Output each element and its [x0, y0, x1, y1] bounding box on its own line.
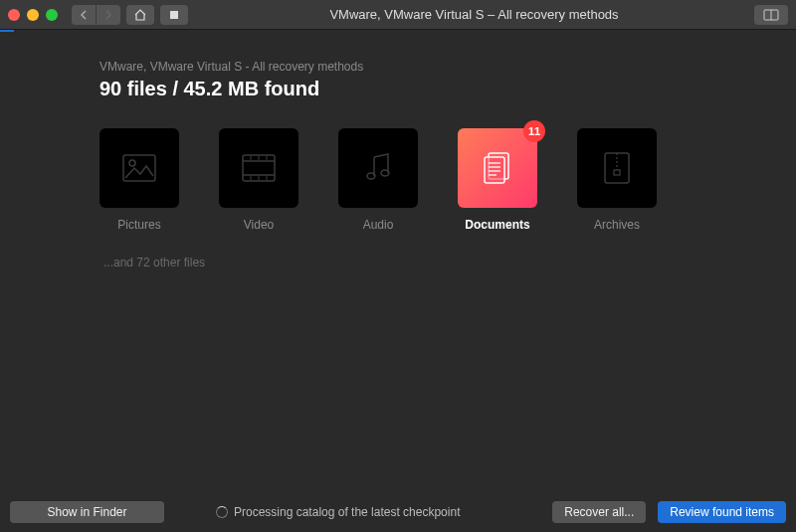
home-button[interactable] — [126, 5, 154, 25]
category-pictures[interactable]: Pictures — [100, 128, 179, 232]
category-tile — [577, 128, 657, 208]
review-found-items-button[interactable]: Review found items — [658, 501, 786, 523]
recover-all-button[interactable]: Recover all... — [552, 501, 646, 523]
other-files-text: ...and 72 other files — [103, 256, 696, 269]
image-icon — [122, 154, 156, 182]
titlebar: VMware, VMware Virtual S – All recovery … — [0, 0, 796, 30]
category-documents[interactable]: 11 Documents — [458, 128, 537, 232]
category-label: Audio — [338, 218, 418, 232]
documents-badge: 11 — [523, 120, 545, 142]
category-label: Archives — [577, 218, 657, 232]
category-tile — [100, 128, 179, 208]
back-button[interactable] — [72, 5, 96, 25]
spinner-icon — [216, 506, 228, 518]
status-text: Processing catalog of the latest checkpo… — [234, 505, 460, 519]
breadcrumb: VMware, VMware Virtual S - All recovery … — [100, 60, 696, 74]
window-title: VMware, VMware Virtual S – All recovery … — [194, 7, 754, 22]
minimize-window-button[interactable] — [27, 9, 39, 21]
status-row: Processing catalog of the latest checkpo… — [216, 505, 540, 519]
category-row: Pictures Video — [100, 128, 696, 232]
svg-point-4 — [129, 160, 135, 166]
maximize-window-button[interactable] — [46, 9, 58, 21]
category-tile: 11 — [458, 128, 537, 208]
category-tile — [338, 128, 418, 208]
category-tile — [219, 128, 298, 208]
window-controls — [8, 9, 58, 21]
document-icon — [483, 151, 512, 185]
stop-button[interactable] — [160, 5, 188, 25]
scan-summary-headline: 90 files / 45.2 MB found — [100, 78, 696, 100]
svg-rect-3 — [123, 155, 155, 181]
audio-icon — [364, 153, 392, 183]
columns-icon — [763, 9, 779, 21]
footer-bar: Show in Finder Processing catalog of the… — [0, 492, 796, 532]
svg-rect-24 — [614, 170, 620, 175]
home-icon — [133, 9, 147, 21]
svg-rect-17 — [485, 157, 504, 183]
stop-icon — [169, 10, 179, 20]
category-video[interactable]: Video — [219, 128, 298, 232]
main-content: VMware, VMware Virtual S - All recovery … — [0, 32, 796, 269]
close-window-button[interactable] — [8, 9, 20, 21]
category-audio[interactable]: Audio — [338, 128, 418, 232]
category-label: Documents — [458, 218, 537, 232]
category-archives[interactable]: Archives — [577, 128, 657, 232]
svg-rect-0 — [170, 11, 178, 19]
nav-back-forward — [72, 5, 120, 25]
show-in-finder-button[interactable]: Show in Finder — [10, 501, 164, 523]
forward-button[interactable] — [97, 5, 120, 25]
archive-icon — [604, 152, 630, 184]
view-toggle-button[interactable] — [754, 5, 788, 25]
video-icon — [242, 154, 276, 182]
category-label: Video — [219, 218, 298, 232]
category-label: Pictures — [100, 218, 179, 232]
